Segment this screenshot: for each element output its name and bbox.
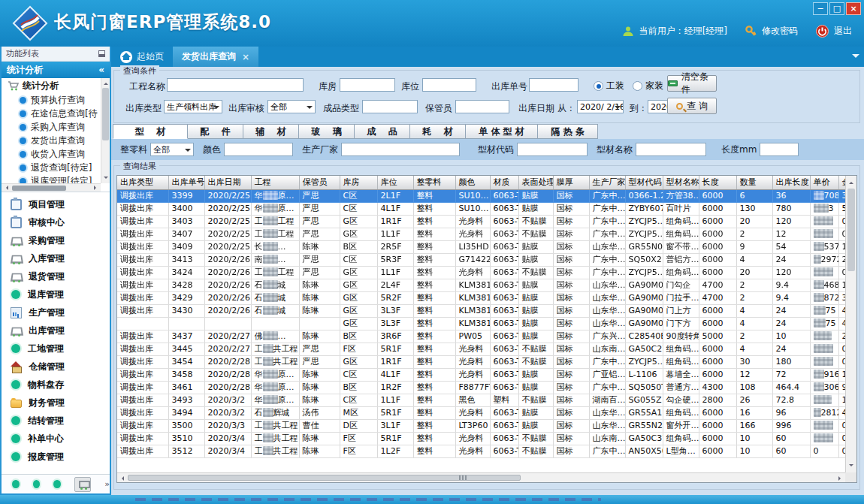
column-header[interactable]: 型材代码	[625, 176, 663, 189]
column-header[interactable]: 出库单号	[168, 176, 204, 189]
sidebar-item-工地管理[interactable]: 工地管理	[2, 340, 110, 358]
column-header[interactable]: 材质	[490, 176, 518, 189]
column-header[interactable]: 颜色	[455, 176, 490, 189]
column-header[interactable]: 生产厂家	[589, 176, 625, 189]
table-row[interactable]: 调拨出库34282020/2/26石城陈琳G区2L4F整料KLM38176063…	[117, 279, 856, 291]
table-row[interactable]: 调拨出库34292020/2/26石城陈琳G区5R2F整料KLM38176063…	[117, 291, 856, 304]
nav-dot-button[interactable]	[33, 480, 41, 488]
table-row[interactable]: 调拨出库35122020/3/4工共工程陈琳F区1L2F整料光身料6063-T5…	[117, 445, 856, 457]
material-tab[interactable]: 隔 热 条	[538, 124, 598, 139]
column-header[interactable]: 数量	[736, 176, 772, 189]
keeper-input[interactable]	[455, 100, 509, 113]
tree-item[interactable]: 采购入库查询	[20, 120, 110, 134]
whole-piece-select[interactable]: 全部	[150, 143, 194, 156]
column-header[interactable]: 长度	[699, 176, 736, 189]
location-input[interactable]	[422, 78, 476, 92]
project-name-input[interactable]	[167, 78, 304, 92]
sidebar-item-财务管理[interactable]: 财务管理	[2, 394, 110, 412]
table-row[interactable]: 调拨出库33992020/2/25华原…严思C区2L1F整料SU10…6063-…	[117, 189, 856, 202]
clear-conditions-button[interactable]: 清空条件	[667, 75, 717, 92]
table-row[interactable]: 调拨出库34032020/2/25工工程严思G区1R1F整料光身料6063-T5…	[117, 215, 856, 228]
tree-root[interactable]: 统计分析	[2, 78, 110, 93]
profile-name-input[interactable]	[636, 143, 706, 156]
sidebar-item-出库管理[interactable]: 出库管理	[2, 321, 110, 340]
material-tab[interactable]: 型 材	[113, 124, 188, 139]
table-row[interactable]: 调拨出库34132020/2/26南…严思C区5R3F整料G714226063-…	[117, 253, 856, 266]
search-button[interactable]: 查 询	[667, 98, 717, 114]
nav-cart-button[interactable]	[74, 477, 92, 492]
material-tab[interactable]: 成 品	[355, 124, 410, 139]
tab-shipping-outbound-query[interactable]: 发货出库查询 ×	[173, 47, 258, 67]
tree-horizontal-scrollbar[interactable]	[2, 183, 101, 192]
material-tab[interactable]: 辅 材	[243, 124, 299, 139]
close-button[interactable]: ×	[846, 2, 861, 15]
collapse-icon[interactable]: «	[98, 65, 104, 75]
date-from-select[interactable]: 2020/ 2/16	[577, 100, 624, 113]
table-row[interactable]: 调拨出库34942020/3/2石辉城汤伟M区5R1F整料光身料6063-T5贴…	[117, 406, 856, 419]
column-header[interactable]: 工程	[251, 176, 299, 189]
sidebar-item-仓储管理[interactable]: 仓储管理	[2, 358, 110, 376]
product-type-input[interactable]	[362, 100, 418, 113]
tree-item[interactable]: 在途信息查询[待	[20, 107, 110, 120]
table-row[interactable]: 调拨出库34612020/2/28华原…陈琳B区1R2F整料F8877FT606…	[117, 381, 856, 394]
sidebar-item-采购管理[interactable]: 采购管理	[2, 231, 110, 249]
column-header[interactable]: 出库日期	[204, 176, 251, 189]
tab-list-chevron-icon[interactable]	[852, 54, 859, 62]
sidebar-item-补单中心[interactable]: 补单中心	[2, 430, 110, 448]
table-row[interactable]: 调拨出库34002020/2/25华原…严思C区4L1F整料SU10…6063-…	[117, 202, 856, 215]
order-number-input[interactable]	[529, 78, 579, 92]
sidebar-item-结转管理[interactable]: 结转管理	[2, 412, 110, 430]
table-row[interactable]: 调拨出库34582020/2/28华原…陈琳C区4L1F整料光身料6063-T5…	[117, 368, 856, 381]
column-header[interactable]: 单价	[810, 176, 838, 189]
sidebar-item-生产管理[interactable]: 生产管理	[2, 303, 110, 321]
column-header[interactable]: 膜厚	[553, 176, 589, 189]
table-row[interactable]: G区3L3F整料KLM38176063-T5贴膜国标山东华…GA90M09.门下…	[117, 317, 856, 330]
maximize-button[interactable]: □	[829, 2, 844, 15]
pin-icon[interactable]	[98, 50, 105, 57]
material-tab[interactable]: 玻 璃	[299, 124, 355, 139]
sidebar-section-header[interactable]: 统计分析 «	[2, 62, 110, 78]
more-buttons-chevron[interactable]: »	[104, 481, 110, 488]
outbound-audit-select[interactable]: 全部	[267, 100, 316, 113]
column-header[interactable]: 型材名称	[663, 176, 699, 189]
column-header[interactable]: 表面处理	[518, 176, 553, 189]
column-header[interactable]: 库位	[377, 176, 413, 189]
color-input[interactable]	[224, 143, 293, 156]
table-row[interactable]: 调拨出库34302020/2/26石城陈琳G区3L3F整料KLM38176063…	[117, 304, 856, 317]
sidebar-item-退货管理[interactable]: 退货管理	[2, 267, 110, 285]
change-password-link[interactable]: 修改密码	[762, 25, 798, 38]
length-input[interactable]	[760, 143, 799, 156]
sidebar-item-报废管理[interactable]: 报废管理	[2, 448, 110, 466]
column-header[interactable]: 保管员	[299, 176, 340, 189]
material-tab[interactable]: 单 体 型 材	[466, 124, 538, 139]
table-row[interactable]: 调拨出库34932020/3/2华原…陈琳C区1L1F整料黑色塑料不贴膜国标湖南…	[117, 394, 856, 406]
tree-item[interactable]: 退货查询[待定]	[20, 161, 110, 174]
minimize-button[interactable]: −	[813, 2, 828, 15]
sidebar-item-项目管理[interactable]: 项目管理	[2, 195, 110, 213]
sidebar-item-物料盘存[interactable]: 物料盘存	[2, 376, 110, 394]
tree-vertical-scrollbar[interactable]	[101, 78, 110, 183]
grid-horizontal-scrollbar[interactable]	[117, 472, 845, 482]
column-header[interactable]: 出库长度	[772, 176, 810, 189]
table-row[interactable]: 调拨出库35002020/3/3工共工程曹佳D区3L1F整料LT3P606063…	[117, 419, 856, 432]
warehouse-input[interactable]	[340, 78, 395, 92]
sidebar-item-退库管理[interactable]: 退库管理	[2, 285, 110, 303]
logout-link[interactable]: 退出	[834, 25, 852, 38]
tab-close-icon[interactable]: ×	[242, 52, 249, 62]
outbound-type-select[interactable]: 生产领料出库	[164, 100, 222, 113]
grid-vertical-scrollbar[interactable]	[845, 176, 856, 472]
radio-home-fit[interactable]	[633, 81, 642, 91]
column-header[interactable]: 出库类型	[117, 176, 168, 189]
material-tab[interactable]: 配 件	[188, 124, 243, 139]
profile-code-input[interactable]	[517, 143, 588, 156]
column-header[interactable]: 整零料	[413, 176, 455, 189]
radio-work-fit[interactable]	[594, 81, 603, 91]
table-row[interactable]: 调拨出库34452020/2/27工共工程严思F区5R1F整料光身料6063-T…	[117, 343, 856, 355]
table-row[interactable]: 调拨出库34092020/2/25长…陈琳B区2R5F整料LI35HD6063-…	[117, 240, 856, 253]
manufacturer-input[interactable]	[341, 143, 460, 156]
tree-item[interactable]: 收货入库查询	[20, 147, 110, 161]
tab-home[interactable]: 起始页	[111, 47, 173, 67]
sidebar-item-审核中心[interactable]: 审核中心	[2, 213, 110, 231]
table-row[interactable]: 调拨出库34072020/2/25工工程严思G区1L1F整料光身料6063-T5…	[117, 228, 856, 240]
tree-item[interactable]: 发货出库查询	[20, 134, 110, 147]
